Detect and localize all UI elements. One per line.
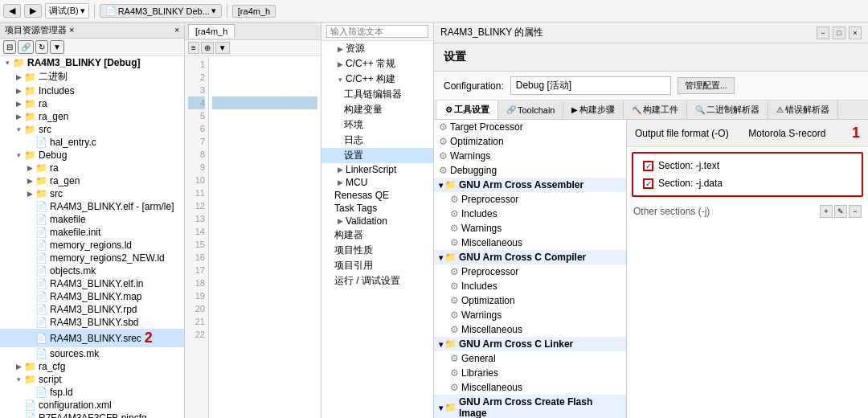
tree-arrow-root[interactable]: ▾ xyxy=(2,59,13,67)
tree-item-sources[interactable]: 📄 sources.mk xyxy=(0,347,184,360)
tree-arrow-ra-cfg[interactable]: ▶ xyxy=(13,363,24,371)
tree-item-memory-regions2[interactable]: 📄 memory_regions2_NEW.ld xyxy=(0,252,184,264)
tree-item-elf-in[interactable]: 📄 RA4M3_BLINKY.elf.in xyxy=(0,277,184,290)
forward-button[interactable]: ▶ xyxy=(24,4,42,18)
remove-section-button[interactable]: − xyxy=(849,205,862,218)
props-item-asm-misc[interactable]: ⚙ Miscellaneous xyxy=(434,236,626,250)
checkbox-j-data[interactable] xyxy=(643,178,653,189)
props-item-target-processor[interactable]: ⚙ Target Processor xyxy=(434,120,626,134)
tree-arrow-includes[interactable]: ▶ xyxy=(13,87,24,95)
props-group-flash[interactable]: ▾ 📁 GNU Arm Cross Create Flash Image xyxy=(434,395,626,418)
resources-arrow[interactable]: ▶ xyxy=(334,45,346,53)
settings-item-linker-script[interactable]: ▶ LinkerScript xyxy=(321,163,433,176)
filter-input[interactable] xyxy=(326,25,428,38)
settings-item-builder[interactable]: 构建器 xyxy=(321,227,433,243)
settings-item-settings[interactable]: 设置 xyxy=(321,148,433,163)
tree-item-binary[interactable]: ▶ 📁 二进制 xyxy=(0,69,184,84)
tree-item-script[interactable]: ▾ 📁 script xyxy=(0,373,184,386)
tree-item-rpd[interactable]: 📄 RA4M3_BLINKY.rpd xyxy=(0,303,184,316)
cpp-build-arrow[interactable]: ▾ xyxy=(334,76,346,84)
settings-item-project-nature[interactable]: 项目性质 xyxy=(321,243,433,258)
props-item-linker-general[interactable]: ⚙ General xyxy=(434,351,626,366)
settings-item-cpp-build[interactable]: ▾ C/C++ 构建 xyxy=(321,72,433,87)
minimize-button[interactable]: − xyxy=(817,27,829,39)
settings-item-cpp-common[interactable]: ▶ C/C++ 常规 xyxy=(321,56,433,72)
tree-item-objects[interactable]: 📄 objects.mk xyxy=(0,264,184,277)
config-value[interactable]: Debug [活动] xyxy=(510,76,671,95)
settings-item-env[interactable]: 环境 xyxy=(321,117,433,133)
tree-item-map[interactable]: 📄 RA4M3_BLINKY.map xyxy=(0,290,184,303)
collapse-all-button[interactable]: ⊟ xyxy=(3,40,16,54)
tree-arrow-debug-ra-gen[interactable]: ▶ xyxy=(24,177,35,185)
linker-script-arrow[interactable]: ▶ xyxy=(334,166,346,174)
tree-item-debug-src[interactable]: ▶ 📁 src xyxy=(0,187,184,200)
tree-item-ra-cfg[interactable]: ▶ 📁 ra_cfg xyxy=(0,360,184,373)
code-area[interactable] xyxy=(209,56,321,418)
props-item-asm-includes[interactable]: ⚙ Includes xyxy=(434,207,626,221)
settings-item-task-tags[interactable]: Task Tags xyxy=(321,202,433,215)
props-item-asm-preprocessor[interactable]: ⚙ Preprocessor xyxy=(434,192,626,207)
close-panel-button[interactable]: × xyxy=(174,26,179,35)
props-item-cc-misc[interactable]: ⚙ Miscellaneous xyxy=(434,322,626,337)
tree-item-srec[interactable]: 📄 RA4M3_BLINKY.srec 2 xyxy=(0,329,184,347)
tree-arrow-debug-ra[interactable]: ▶ xyxy=(24,164,35,172)
linker-expand-icon[interactable]: ▾ xyxy=(439,340,443,349)
props-item-warnings[interactable]: ⚙ Warnings xyxy=(434,149,626,163)
settings-item-run-debug[interactable]: 运行 / 调试设置 xyxy=(321,273,433,289)
tree-item-sbd[interactable]: 📄 RA4M3_BLINKY.sbd xyxy=(0,316,184,329)
tree-item-ra[interactable]: ▶ 📁 ra xyxy=(0,97,184,110)
tree-arrow-binary[interactable]: ▶ xyxy=(13,73,24,81)
settings-item-log[interactable]: 日志 xyxy=(321,133,433,148)
maximize-button[interactable]: □ xyxy=(833,27,845,39)
tree-arrow-src[interactable]: ▾ xyxy=(13,125,24,133)
tree-item-debug-ra-gen[interactable]: ▶ 📁 ra_gen xyxy=(0,174,184,187)
tab-build-steps[interactable]: ▶ 构建步骤 xyxy=(563,100,624,119)
settings-item-renesas-qe[interactable]: Renesas QE xyxy=(321,189,433,202)
props-item-cc-warnings[interactable]: ⚙ Warnings xyxy=(434,308,626,322)
tab-error-parser[interactable]: ⚠ 错误解析器 xyxy=(768,100,838,119)
settings-item-mcu[interactable]: ▶ MCU xyxy=(321,176,433,189)
settings-item-resources[interactable]: ▶ 资源 xyxy=(321,41,433,56)
editor-tab[interactable]: [ra4m_h xyxy=(188,24,235,38)
link-editor-button[interactable]: 🔗 xyxy=(18,40,34,54)
tree-item-debug-ra[interactable]: ▶ 📁 ra xyxy=(0,162,184,174)
close-button[interactable]: × xyxy=(849,27,862,39)
tab-binary-parser[interactable]: 🔍 二进制解析器 xyxy=(687,100,768,119)
props-group-compiler[interactable]: ▾ 📁 GNU Arm Cross C Compiler xyxy=(434,250,626,264)
tree-item-pincfg[interactable]: 📄 R7FA4M3AF3CFB.pincfg xyxy=(0,412,184,418)
edit-section-button[interactable]: ✎ xyxy=(834,205,847,218)
tree-item-root[interactable]: ▾ 📁 RA4M3_BLINKY [Debug] xyxy=(0,56,184,69)
props-item-cc-preprocessor[interactable]: ⚙ Preprocessor xyxy=(434,264,626,279)
tab-toolchain[interactable]: 🔗 Toolchain xyxy=(498,102,563,118)
sync-button[interactable]: ↻ xyxy=(35,40,48,54)
props-item-debugging[interactable]: ⚙ Debugging xyxy=(434,163,626,178)
tree-item-debug[interactable]: ▾ 📁 Debug xyxy=(0,149,184,162)
manage-config-button[interactable]: 管理配置... xyxy=(678,77,735,94)
filter-button[interactable]: ▼ xyxy=(50,40,64,54)
tree-item-makefile-init[interactable]: 📄 makefile.init xyxy=(0,226,184,239)
tree-arrow-ra[interactable]: ▶ xyxy=(13,100,24,108)
editor-btn3[interactable]: ▼ xyxy=(215,42,230,54)
tree-item-includes[interactable]: ▶ 📁 Includes xyxy=(0,84,184,97)
debug-dropdown[interactable]: 调试(B) ▾ xyxy=(45,3,89,18)
props-item-linker-libraries[interactable]: ⚙ Libraries xyxy=(434,366,626,380)
settings-item-validation[interactable]: ▶ Validation xyxy=(321,215,433,227)
tree-item-src[interactable]: ▾ 📁 src xyxy=(0,123,184,136)
tree-arrow-ra-gen[interactable]: ▶ xyxy=(13,113,24,121)
cpp-common-arrow[interactable]: ▶ xyxy=(334,60,346,68)
settings-item-build-vars[interactable]: 构建变量 xyxy=(321,102,433,117)
props-item-linker-misc[interactable]: ⚙ Miscellaneous xyxy=(434,380,626,395)
back-button[interactable]: ◀ xyxy=(3,4,21,18)
tab-build-artifact[interactable]: 🔨 构建工件 xyxy=(624,100,687,119)
props-item-cc-includes[interactable]: ⚙ Includes xyxy=(434,279,626,293)
props-group-linker[interactable]: ▾ 📁 GNU Arm Cross C Linker xyxy=(434,337,626,351)
validation-arrow[interactable]: ▶ xyxy=(334,217,346,225)
props-item-asm-warnings[interactable]: ⚙ Warnings xyxy=(434,221,626,236)
tree-item-config-xml[interactable]: 📄 configuration.xml xyxy=(0,399,184,412)
tree-arrow-debug[interactable]: ▾ xyxy=(13,151,24,159)
compiler-expand-icon[interactable]: ▾ xyxy=(439,253,443,262)
editor-btn1[interactable]: ≡ xyxy=(188,42,199,54)
tree-item-memory-regions[interactable]: 📄 memory_regions.ld xyxy=(0,239,184,252)
settings-item-project-ref[interactable]: 项目引用 xyxy=(321,258,433,273)
mcu-arrow[interactable]: ▶ xyxy=(334,178,346,186)
